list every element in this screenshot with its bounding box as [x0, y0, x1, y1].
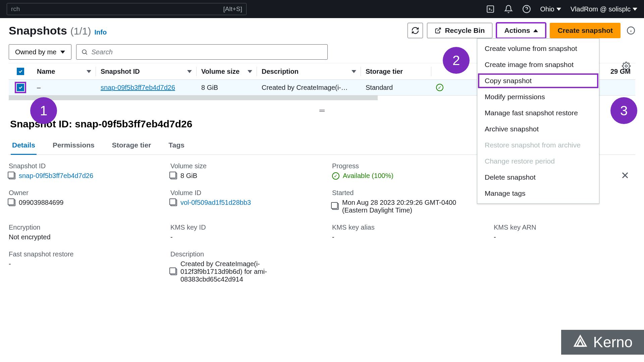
close-detail-icon[interactable]: ✕ [621, 170, 629, 181]
search-partial-text: rch [11, 5, 20, 13]
horizontal-scrollbar[interactable] [9, 96, 378, 100]
check-circle-icon: ✓ [332, 172, 339, 180]
val-description: Created by CreateImage(i-012f3f9b1713d9b… [180, 260, 288, 283]
annotation-badge-2: 2 [443, 47, 470, 74]
label-started: Started [332, 189, 474, 197]
menu-manage-tags[interactable]: Manage tags [477, 185, 599, 201]
menu-manage-fsr[interactable]: Manage fast snapshot restore [477, 105, 599, 121]
label-snapshot-id: Snapshot ID [9, 162, 150, 170]
col-description[interactable]: Description [257, 63, 361, 79]
menu-modify-permissions[interactable]: Modify permissions [477, 89, 599, 105]
cell-name: – [32, 80, 96, 95]
col-snapshot-id[interactable]: Snapshot ID [96, 63, 197, 79]
copy-icon[interactable] [170, 268, 177, 275]
bell-icon[interactable] [504, 5, 513, 13]
external-link-icon [435, 27, 441, 34]
tab-permissions[interactable]: Permissions [51, 136, 96, 155]
svg-point-4 [83, 50, 87, 54]
val-volume-size: 8 GiB [180, 172, 197, 180]
label-volume-size: Volume size [170, 162, 312, 170]
label-owner: Owner [9, 189, 150, 197]
copy-icon[interactable] [9, 173, 15, 179]
refresh-button[interactable] [408, 23, 423, 38]
cell-description: Created by CreateImage(i-… [257, 80, 361, 95]
col-name[interactable]: Name [32, 63, 96, 79]
label-encryption: Encryption [9, 224, 150, 231]
caret-down-icon [633, 8, 637, 11]
sort-icon [248, 70, 252, 73]
kerno-watermark: Kerno [561, 330, 644, 355]
menu-delete-snapshot[interactable]: Delete snapshot [477, 169, 599, 185]
search-icon [81, 49, 88, 55]
kerno-logo-icon [573, 335, 588, 350]
menu-copy-snapshot[interactable]: Copy snapshot [477, 73, 599, 89]
copy-icon[interactable] [170, 199, 177, 206]
select-all-checkbox[interactable] [17, 68, 24, 75]
region-selector[interactable]: Ohio [540, 5, 561, 13]
sort-icon [352, 70, 356, 73]
tab-storage-tier[interactable]: Storage tier [111, 136, 153, 155]
label-volume-id: Volume ID [170, 189, 312, 197]
val-started: Mon Aug 28 2023 20:29:26 GMT-0400 (Easte… [342, 199, 470, 214]
menu-archive-snapshot[interactable]: Archive snapshot [477, 121, 599, 137]
copy-icon[interactable] [170, 173, 177, 179]
label-kms-key-arn: KMS key ARN [494, 224, 635, 231]
check-circle-icon: ✓ [436, 84, 443, 91]
label-fsr: Fast snapshot restore [9, 250, 150, 258]
cell-volume-size: 8 GiB [197, 80, 257, 95]
sort-icon [187, 70, 192, 73]
menu-create-image[interactable]: Create image from snapshot [477, 57, 599, 73]
val-fsr: - [9, 260, 150, 268]
table-search[interactable]: Search [76, 44, 328, 60]
info-panel-icon[interactable] [627, 26, 635, 35]
val-encryption: Not encrypted [9, 233, 150, 241]
copy-icon[interactable] [9, 199, 15, 206]
tab-tags[interactable]: Tags [167, 136, 185, 155]
help-icon[interactable] [522, 5, 531, 13]
page-title: Snapshots [9, 24, 67, 37]
cloudshell-icon[interactable] [486, 5, 495, 13]
col-volume-size[interactable]: Volume size [197, 63, 257, 79]
info-link[interactable]: Info [95, 28, 107, 36]
menu-create-volume[interactable]: Create volume from snapshot [477, 41, 599, 57]
cell-storage-tier: Standard [361, 80, 431, 95]
copy-icon[interactable] [332, 203, 339, 210]
search-shortcut-hint: [Alt+S] [223, 5, 243, 13]
row-checkbox[interactable] [17, 84, 24, 91]
global-search[interactable]: rch [Alt+S] [7, 3, 247, 15]
col-storage-tier[interactable]: Storage tier [361, 63, 431, 79]
refresh-icon [411, 26, 419, 35]
ownership-filter[interactable]: Owned by me [9, 44, 71, 60]
snapshot-id-link[interactable]: snap-09f5b3ff7eb4d7d26 [101, 84, 175, 92]
val-kms-key-alias: - [332, 233, 474, 241]
actions-button[interactable]: Actions [496, 23, 546, 38]
actions-dropdown: Create volume from snapshot Create image… [477, 38, 599, 204]
label-description: Description [170, 250, 312, 258]
val-kms-key-arn: - [494, 233, 635, 241]
label-progress: Progress [332, 162, 474, 170]
annotation-badge-1: 1 [30, 97, 57, 124]
caret-up-icon [533, 29, 538, 32]
annotation-badge-3: 3 [610, 97, 637, 124]
val-kms-key-id: - [170, 233, 312, 241]
top-nav: rch [Alt+S] Ohio VladRom @ solisplc [0, 0, 644, 18]
val-owner: 099039884699 [19, 199, 63, 206]
val-snapshot-id[interactable]: snap-09f5b3ff7eb4d7d26 [19, 172, 93, 180]
label-kms-key-alias: KMS key alias [332, 224, 474, 231]
val-progress: Available (100%) [343, 172, 393, 180]
sort-icon [87, 70, 91, 73]
create-snapshot-button[interactable]: Create snapshot [550, 23, 621, 38]
caret-down-icon [556, 8, 561, 11]
page-header: Snapshots (1/1) Info Recycle Bin Actions… [9, 23, 635, 38]
caret-down-icon [60, 51, 65, 54]
recycle-bin-button[interactable]: Recycle Bin [427, 23, 492, 38]
tab-details[interactable]: Details [11, 136, 37, 155]
menu-change-restore-period: Change restore period [477, 153, 599, 169]
val-volume-id[interactable]: vol-0f509ad1f51d28bb3 [180, 199, 251, 206]
page-count: (1/1) [70, 25, 91, 37]
label-kms-key-id: KMS key ID [170, 224, 312, 231]
account-menu[interactable]: VladRom @ solisplc [571, 5, 637, 13]
menu-restore-archive: Restore snapshot from archive [477, 137, 599, 153]
